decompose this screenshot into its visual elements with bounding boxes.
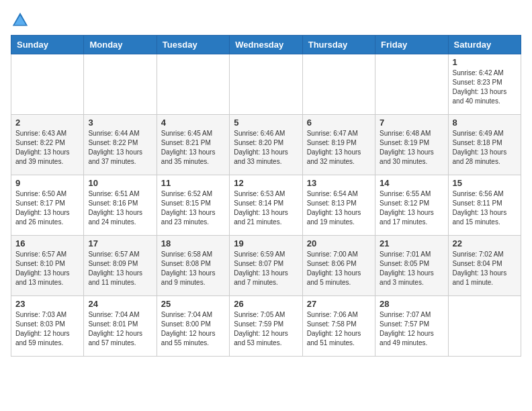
day-cell: 1Sunrise: 6:42 AM Sunset: 8:23 PM Daylig… [448, 54, 521, 115]
day-cell: 27Sunrise: 7:06 AM Sunset: 7:58 PM Dayli… [302, 296, 375, 357]
day-cell: 21Sunrise: 7:01 AM Sunset: 8:05 PM Dayli… [375, 236, 448, 296]
day-number: 22 [453, 238, 517, 248]
day-cell: 26Sunrise: 7:05 AM Sunset: 7:59 PM Dayli… [230, 296, 302, 357]
day-number: 18 [161, 238, 225, 248]
day-cell [157, 54, 229, 115]
day-info: Sunrise: 7:05 AM Sunset: 7:59 PM Dayligh… [234, 310, 298, 348]
day-number: 6 [307, 118, 371, 128]
day-info: Sunrise: 6:53 AM Sunset: 8:14 PM Dayligh… [234, 189, 298, 227]
day-info: Sunrise: 7:04 AM Sunset: 8:01 PM Dayligh… [88, 310, 152, 348]
day-number: 16 [15, 238, 79, 248]
day-info: Sunrise: 7:03 AM Sunset: 8:03 PM Dayligh… [15, 310, 79, 348]
day-number: 17 [88, 238, 152, 248]
day-cell: 14Sunrise: 6:55 AM Sunset: 8:12 PM Dayli… [375, 175, 448, 236]
day-cell: 4Sunrise: 6:45 AM Sunset: 8:21 PM Daylig… [157, 115, 229, 175]
day-number: 5 [234, 118, 298, 128]
day-number: 12 [234, 178, 298, 188]
day-cell [84, 54, 157, 115]
week-row-1: 1Sunrise: 6:42 AM Sunset: 8:23 PM Daylig… [11, 54, 521, 115]
day-info: Sunrise: 6:42 AM Sunset: 8:23 PM Dayligh… [453, 68, 517, 106]
day-info: Sunrise: 7:07 AM Sunset: 7:57 PM Dayligh… [380, 310, 443, 348]
day-info: Sunrise: 7:06 AM Sunset: 7:58 PM Dayligh… [307, 310, 371, 348]
day-cell: 10Sunrise: 6:51 AM Sunset: 8:16 PM Dayli… [84, 175, 157, 236]
day-number: 27 [307, 299, 371, 309]
day-number: 24 [88, 299, 152, 309]
day-info: Sunrise: 6:43 AM Sunset: 8:22 PM Dayligh… [15, 129, 79, 167]
day-cell: 9Sunrise: 6:50 AM Sunset: 8:17 PM Daylig… [11, 175, 84, 236]
day-cell: 3Sunrise: 6:44 AM Sunset: 8:22 PM Daylig… [84, 115, 157, 175]
day-number: 23 [15, 299, 79, 309]
day-cell [302, 54, 375, 115]
day-cell: 28Sunrise: 7:07 AM Sunset: 7:57 PM Dayli… [375, 296, 448, 357]
day-info: Sunrise: 7:01 AM Sunset: 8:05 PM Dayligh… [380, 250, 443, 287]
day-cell [375, 54, 448, 115]
day-cell: 11Sunrise: 6:52 AM Sunset: 8:15 PM Dayli… [157, 175, 229, 236]
day-cell: 8Sunrise: 6:49 AM Sunset: 8:18 PM Daylig… [448, 115, 521, 175]
day-cell: 2Sunrise: 6:43 AM Sunset: 8:22 PM Daylig… [11, 115, 84, 175]
weekday-header-thursday: Thursday [302, 36, 375, 54]
day-info: Sunrise: 6:49 AM Sunset: 8:18 PM Dayligh… [453, 129, 517, 167]
day-cell [448, 296, 521, 357]
day-cell: 5Sunrise: 6:46 AM Sunset: 8:20 PM Daylig… [230, 115, 302, 175]
day-cell: 12Sunrise: 6:53 AM Sunset: 8:14 PM Dayli… [230, 175, 302, 236]
day-cell: 18Sunrise: 6:58 AM Sunset: 8:08 PM Dayli… [157, 236, 229, 296]
day-info: Sunrise: 6:52 AM Sunset: 8:15 PM Dayligh… [161, 189, 225, 227]
day-info: Sunrise: 6:57 AM Sunset: 8:10 PM Dayligh… [15, 250, 79, 287]
day-cell: 7Sunrise: 6:48 AM Sunset: 8:19 PM Daylig… [375, 115, 448, 175]
day-info: Sunrise: 7:04 AM Sunset: 8:00 PM Dayligh… [161, 310, 225, 348]
day-info: Sunrise: 6:48 AM Sunset: 8:19 PM Dayligh… [380, 129, 443, 167]
week-row-3: 9Sunrise: 6:50 AM Sunset: 8:17 PM Daylig… [11, 175, 521, 236]
day-number: 25 [161, 299, 225, 309]
day-info: Sunrise: 6:51 AM Sunset: 8:16 PM Dayligh… [88, 189, 152, 227]
day-info: Sunrise: 7:02 AM Sunset: 8:04 PM Dayligh… [453, 250, 517, 287]
day-cell: 15Sunrise: 6:56 AM Sunset: 8:11 PM Dayli… [448, 175, 521, 236]
day-info: Sunrise: 6:57 AM Sunset: 8:09 PM Dayligh… [88, 250, 152, 287]
day-number: 2 [15, 118, 79, 128]
day-number: 7 [380, 118, 443, 128]
day-cell: 24Sunrise: 7:04 AM Sunset: 8:01 PM Dayli… [84, 296, 157, 357]
day-info: Sunrise: 6:56 AM Sunset: 8:11 PM Dayligh… [453, 189, 517, 227]
week-row-4: 16Sunrise: 6:57 AM Sunset: 8:10 PM Dayli… [11, 236, 521, 296]
weekday-header-friday: Friday [375, 36, 448, 54]
weekday-header-sunday: Sunday [11, 36, 84, 54]
day-number: 15 [453, 178, 517, 188]
day-number: 9 [15, 178, 79, 188]
weekday-header-saturday: Saturday [448, 36, 521, 54]
day-number: 11 [161, 178, 225, 188]
day-cell: 25Sunrise: 7:04 AM Sunset: 8:00 PM Dayli… [157, 296, 229, 357]
day-cell: 13Sunrise: 6:54 AM Sunset: 8:13 PM Dayli… [302, 175, 375, 236]
day-number: 21 [380, 238, 443, 248]
day-info: Sunrise: 6:58 AM Sunset: 8:08 PM Dayligh… [161, 250, 225, 287]
weekday-header-row: SundayMondayTuesdayWednesdayThursdayFrid… [11, 36, 521, 54]
day-number: 1 [453, 57, 517, 67]
calendar: SundayMondayTuesdayWednesdayThursdayFrid… [11, 35, 521, 357]
day-cell [11, 54, 84, 115]
logo [11, 11, 32, 30]
day-cell: 22Sunrise: 7:02 AM Sunset: 8:04 PM Dayli… [448, 236, 521, 296]
day-number: 4 [161, 118, 225, 128]
day-cell: 17Sunrise: 6:57 AM Sunset: 8:09 PM Dayli… [84, 236, 157, 296]
page-header [11, 11, 521, 30]
day-info: Sunrise: 6:45 AM Sunset: 8:21 PM Dayligh… [161, 129, 225, 167]
week-row-5: 23Sunrise: 7:03 AM Sunset: 8:03 PM Dayli… [11, 296, 521, 357]
day-info: Sunrise: 7:00 AM Sunset: 8:06 PM Dayligh… [307, 250, 371, 287]
day-number: 14 [380, 178, 443, 188]
day-info: Sunrise: 6:50 AM Sunset: 8:17 PM Dayligh… [15, 189, 79, 227]
day-number: 28 [380, 299, 443, 309]
day-info: Sunrise: 6:47 AM Sunset: 8:19 PM Dayligh… [307, 129, 371, 167]
day-cell: 20Sunrise: 7:00 AM Sunset: 8:06 PM Dayli… [302, 236, 375, 296]
day-info: Sunrise: 6:55 AM Sunset: 8:12 PM Dayligh… [380, 189, 443, 227]
day-cell: 19Sunrise: 6:59 AM Sunset: 8:07 PM Dayli… [230, 236, 302, 296]
week-row-2: 2Sunrise: 6:43 AM Sunset: 8:22 PM Daylig… [11, 115, 521, 175]
day-number: 19 [234, 238, 298, 248]
day-number: 10 [88, 178, 152, 188]
day-info: Sunrise: 6:46 AM Sunset: 8:20 PM Dayligh… [234, 129, 298, 167]
day-cell: 6Sunrise: 6:47 AM Sunset: 8:19 PM Daylig… [302, 115, 375, 175]
day-number: 13 [307, 178, 371, 188]
day-info: Sunrise: 6:54 AM Sunset: 8:13 PM Dayligh… [307, 189, 371, 227]
day-number: 26 [234, 299, 298, 309]
day-info: Sunrise: 6:44 AM Sunset: 8:22 PM Dayligh… [88, 129, 152, 167]
day-info: Sunrise: 6:59 AM Sunset: 8:07 PM Dayligh… [234, 250, 298, 287]
day-number: 3 [88, 118, 152, 128]
day-cell: 16Sunrise: 6:57 AM Sunset: 8:10 PM Dayli… [11, 236, 84, 296]
